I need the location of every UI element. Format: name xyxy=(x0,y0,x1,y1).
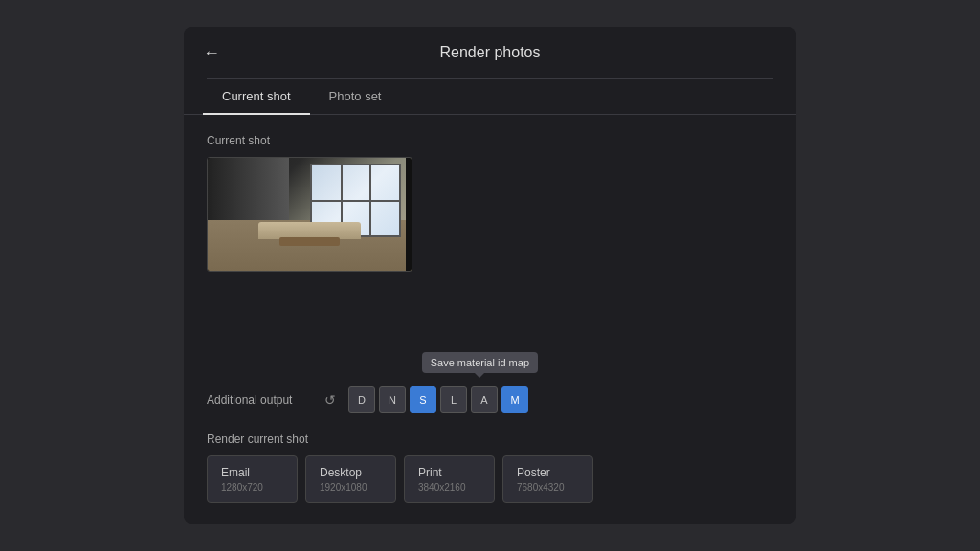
output-btn-S[interactable]: S xyxy=(410,386,436,413)
tab-current-shot[interactable]: Current shot xyxy=(203,79,310,115)
window-frame-v2 xyxy=(369,165,371,235)
render-section: Render current shot Email 1280x720 Deskt… xyxy=(207,432,773,503)
render-options: Email 1280x720 Desktop 1920x1080 Print 3… xyxy=(207,455,773,503)
output-btn-M[interactable]: M xyxy=(501,386,528,413)
output-btn-D[interactable]: D xyxy=(348,386,375,413)
render-option-desktop-name: Desktop xyxy=(320,466,382,479)
render-photos-modal: ← Render photos Current shot Photo set C… xyxy=(184,27,796,524)
render-option-poster-size: 7680x4320 xyxy=(517,482,579,493)
render-option-desktop-size: 1920x1080 xyxy=(320,482,382,493)
render-option-email-name: Email xyxy=(221,466,283,479)
shot-preview xyxy=(207,157,412,272)
render-option-email-size: 1280x720 xyxy=(221,482,283,493)
output-reset-button[interactable]: ↺ xyxy=(320,389,341,410)
render-option-poster-name: Poster xyxy=(517,466,579,479)
render-option-print-name: Print xyxy=(418,466,480,479)
window-frame-h xyxy=(312,200,400,202)
room-black-right xyxy=(406,158,412,271)
room-table xyxy=(279,237,341,246)
tabs-row: Current shot Photo set xyxy=(184,79,796,115)
output-btn-A[interactable]: A xyxy=(471,386,498,413)
additional-output-label: Additional output xyxy=(207,393,312,407)
render-option-print[interactable]: Print 3840x2160 xyxy=(404,455,495,503)
modal-header: ← Render photos xyxy=(184,27,796,78)
back-button[interactable]: ← xyxy=(203,43,220,63)
output-btn-L[interactable]: L xyxy=(440,386,467,413)
tab-photo-set[interactable]: Photo set xyxy=(310,79,401,115)
render-option-desktop[interactable]: Desktop 1920x1080 xyxy=(305,455,396,503)
additional-output-row: Additional output ↺ D N S L A M Save mat… xyxy=(207,386,773,413)
current-shot-label: Current shot xyxy=(207,134,773,147)
modal-title: Render photos xyxy=(440,44,541,61)
tooltip-save-material: Save material id map xyxy=(422,352,538,373)
room-scene-image xyxy=(208,158,412,271)
modal-body: Current shot Additional output ↺ D xyxy=(184,115,796,524)
render-option-poster[interactable]: Poster 7680x4320 xyxy=(502,455,593,503)
render-option-email[interactable]: Email 1280x720 xyxy=(207,455,298,503)
render-option-print-size: 3840x2160 xyxy=(418,482,480,493)
output-buttons: D N S L A M Save material id map xyxy=(348,386,528,413)
output-btn-N[interactable]: N xyxy=(379,386,406,413)
render-section-label: Render current shot xyxy=(207,432,773,446)
